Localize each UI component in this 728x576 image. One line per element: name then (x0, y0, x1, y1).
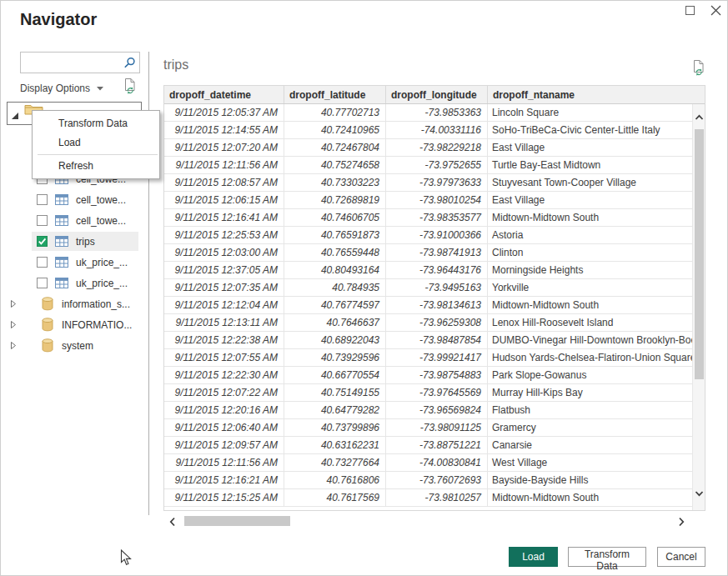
database-icon (42, 318, 53, 332)
tree-item-label: system (62, 340, 93, 352)
tree-item-system[interactable]: system (0, 335, 148, 356)
table-cell: 40.76774597 (284, 297, 386, 313)
column-header[interactable]: dropoff_longitude (386, 86, 488, 103)
table-cell: -73.97973633 (386, 174, 488, 191)
table-cell: 9/11/2015 12:16:41 AM (164, 209, 284, 226)
table-cell: -73.91000366 (386, 227, 488, 243)
table-row: 9/11/2015 12:16:21 AM40.7616806-73.76072… (164, 472, 705, 489)
table-cell: -73.96569824 (386, 402, 488, 418)
table-row: 9/11/2015 12:37:05 AM40.80493164-73.9644… (164, 262, 705, 279)
table-cell: -74.00331116 (386, 122, 488, 138)
table-row: 9/11/2015 12:16:41 AM40.74606705-73.9835… (164, 209, 705, 227)
column-header[interactable]: dropoff_datetime (164, 86, 284, 103)
table-icon (55, 194, 68, 205)
table-cell: -73.98091125 (386, 419, 488, 436)
search-box (20, 52, 140, 73)
table-icon (55, 257, 68, 268)
menu-item-load[interactable]: Load (33, 133, 159, 153)
table-cell: 9/11/2015 12:03:00 AM (164, 244, 284, 261)
table-row: 9/11/2015 12:22:30 AM40.66770554-73.9875… (164, 367, 705, 384)
mouse-cursor (120, 549, 133, 567)
preview-table-body: 9/11/2015 12:05:37 AM40.77702713-73.9853… (164, 104, 705, 507)
table-row: 9/11/2015 12:08:57 AM40.73303223-73.9797… (164, 174, 705, 192)
tree-item-cell-towe[interactable]: cell_towe... (0, 189, 148, 210)
table-cell: Canarsie (488, 437, 705, 453)
table-cell: 9/11/2015 12:12:04 AM (164, 297, 284, 313)
table-cell: -73.9495163 (386, 279, 488, 296)
table-cell: East Village (488, 192, 705, 208)
table-row: 9/11/2015 12:07:35 AM40.784935-73.949516… (164, 279, 705, 297)
table-row: 9/11/2015 12:20:16 AM40.64779282-73.9656… (164, 402, 705, 419)
menu-item-transform-data[interactable]: Transform Data (33, 114, 159, 133)
table-cell: -74.00830841 (386, 454, 488, 471)
column-header[interactable]: dropoff_latitude (284, 86, 386, 103)
table-cell: 9/11/2015 12:22:38 AM (164, 332, 284, 348)
column-header[interactable]: dropoff_ntaname (488, 86, 705, 103)
vertical-scrollbar-thumb[interactable] (695, 129, 704, 379)
menu-item-refresh[interactable]: Refresh (33, 157, 159, 176)
checkbox[interactable] (37, 194, 48, 205)
table-cell: 40.784935 (284, 279, 386, 296)
tree-item-uk-price[interactable]: uk_price_... (0, 273, 148, 293)
tree-item-label: trips (76, 236, 95, 248)
expand-arrow-icon[interactable] (10, 320, 17, 329)
table-cell: 40.73799896 (284, 419, 386, 436)
checkbox[interactable] (37, 278, 48, 288)
load-button[interactable]: Load (509, 547, 558, 567)
table-row: 9/11/2015 12:22:38 AM40.68922043-73.9848… (164, 332, 705, 349)
table-cell: -73.97645569 (386, 384, 488, 401)
tree-item-label: cell_towe... (76, 215, 126, 227)
table-cell: 9/11/2015 12:08:57 AM (164, 174, 284, 191)
table-cell: Murray Hill-Kips Bay (488, 384, 705, 401)
refresh-preview-icon[interactable] (691, 59, 706, 77)
table-cell: Flatbush (488, 402, 705, 418)
search-input[interactable] (21, 53, 124, 71)
checkbox[interactable] (37, 215, 48, 226)
table-cell: -73.98741913 (386, 244, 488, 261)
navigation-tree: cell_towe...cell_towe...cell_towe...trip… (0, 168, 148, 356)
cancel-button[interactable]: Cancel (657, 547, 705, 567)
scroll-right-icon[interactable] (677, 517, 685, 527)
horizontal-scrollbar-thumb[interactable] (184, 516, 290, 526)
tree-item-information-s[interactable]: information_s... (0, 293, 148, 314)
scroll-left-icon[interactable] (168, 517, 177, 527)
table-row: 9/11/2015 12:14:55 AM40.72410965-74.0033… (164, 122, 705, 139)
tree-item-trips[interactable]: trips (0, 231, 148, 252)
table-cell: -73.88751221 (386, 437, 488, 453)
scroll-down-icon[interactable] (694, 489, 705, 498)
horizontal-scrollbar[interactable] (163, 514, 690, 528)
table-cell: -73.98754883 (386, 367, 488, 383)
table-cell: West Village (488, 454, 705, 471)
table-cell: 9/11/2015 12:07:20 AM (164, 139, 284, 156)
table-cell: Midtown-Midtown South (488, 489, 705, 506)
maximize-button[interactable] (685, 6, 695, 15)
table-cell: 40.66770554 (284, 367, 386, 383)
table-cell: -73.98010254 (386, 192, 488, 208)
table-cell: Astoria (488, 227, 705, 243)
table-cell: 40.73303223 (284, 174, 386, 191)
table-row: 9/11/2015 12:25:53 AM40.76591873-73.9100… (164, 227, 705, 244)
search-icon[interactable] (123, 57, 136, 69)
table-cell: 40.76591873 (284, 227, 386, 243)
tree-item-uk-price[interactable]: uk_price_... (0, 252, 148, 273)
tree-item-informatio[interactable]: INFORMATIO... (0, 314, 148, 335)
table-cell: 9/11/2015 12:11:56 AM (164, 157, 284, 173)
table-row: 9/11/2015 12:07:22 AM40.75149155-73.9764… (164, 384, 705, 402)
table-cell: 9/11/2015 12:14:55 AM (164, 122, 284, 138)
close-button[interactable] (710, 4, 722, 17)
checkbox[interactable] (37, 257, 48, 268)
refresh-preview-icon[interactable] (123, 78, 138, 95)
table-cell: -73.9810257 (386, 489, 488, 506)
display-options-dropdown[interactable]: Display Options (20, 81, 103, 96)
vertical-scrollbar[interactable] (692, 104, 705, 510)
checkbox[interactable] (37, 236, 48, 247)
expand-arrow-icon[interactable] (10, 341, 17, 350)
expand-arrow-icon[interactable] (10, 299, 17, 308)
expand-collapse-icon[interactable] (12, 113, 18, 119)
tree-item-cell-towe[interactable]: cell_towe... (0, 210, 148, 231)
table-cell: Gramercy (488, 419, 705, 436)
table-row: 9/11/2015 12:07:20 AM40.72467804-73.9822… (164, 139, 705, 157)
transform-data-button[interactable]: Transform Data (568, 547, 646, 567)
scroll-up-icon[interactable] (694, 113, 705, 122)
table-row: 9/11/2015 12:06:40 AM40.73799896-73.9809… (164, 419, 705, 437)
